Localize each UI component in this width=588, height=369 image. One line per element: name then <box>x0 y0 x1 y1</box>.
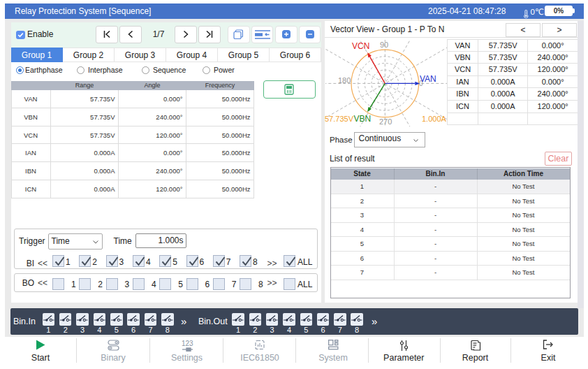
svg-text:57.735V: 57.735V <box>325 115 354 123</box>
svg-text:180: 180 <box>338 76 351 85</box>
svg-text:VBN: VBN <box>354 114 372 124</box>
svg-text:VCN: VCN <box>352 41 369 51</box>
svg-text:1.000A: 1.000A <box>422 115 447 123</box>
svg-text:270: 270 <box>379 117 392 126</box>
svg-text:90: 90 <box>380 41 388 49</box>
svg-text:VAN: VAN <box>420 74 436 84</box>
svg-text:123: 123 <box>182 340 193 347</box>
